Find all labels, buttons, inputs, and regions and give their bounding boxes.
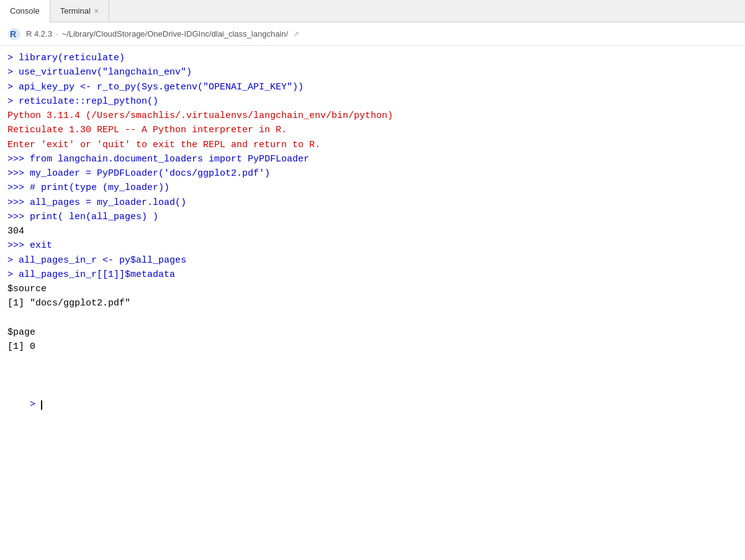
console-line-13: 304 xyxy=(7,224,738,238)
console-line-12: >>> print( len(all_pages) ) xyxy=(7,210,738,224)
console-line-17: $source xyxy=(7,282,738,296)
console-line-5: Python 3.11.4 (/Users/smachlis/.virtuale… xyxy=(7,109,738,123)
console-line-7: Enter 'exit' or 'quit' to exit the REPL … xyxy=(7,138,738,152)
console-line-14: >>> exit xyxy=(7,238,738,253)
r-version: R 4.2.3 xyxy=(26,29,52,38)
console-line-9: >>> my_loader = PyPDFLoader('docs/ggplot… xyxy=(7,166,738,181)
console-line-8: >>> from langchain.document_loaders impo… xyxy=(7,152,738,166)
path-separator: · xyxy=(56,29,58,38)
console-line-4: > reticulate::repl_python() xyxy=(7,94,738,109)
console-line-18: [1] "docs/ggplot2.pdf" xyxy=(7,296,738,310)
console-line-3: > api_key_py <- r_to_py(Sys.getenv("OPEN… xyxy=(7,80,738,94)
tab-console[interactable]: Console xyxy=(0,0,50,22)
console-line-20: [1] 0 xyxy=(7,340,738,354)
console-empty-1 xyxy=(7,311,738,325)
svg-text:R: R xyxy=(10,29,16,39)
tab-bar: Console Terminal × xyxy=(0,0,745,22)
tab-console-label: Console xyxy=(10,6,40,16)
console-prompt-cursor[interactable]: > xyxy=(7,383,738,427)
cursor xyxy=(41,400,42,410)
console-line-19: $page xyxy=(7,325,738,340)
console-line-10: >>> # print(type (my_loader)) xyxy=(7,181,738,195)
console-line-16: > all_pages_in_r[[1]]$metadata xyxy=(7,268,738,282)
console-line-15: > all_pages_in_r <- py$all_pages xyxy=(7,253,738,268)
tab-terminal-label: Terminal xyxy=(60,6,91,16)
console-empty-2 xyxy=(7,354,738,368)
console-line-11: >>> all_pages = my_loader.load() xyxy=(7,196,738,210)
external-link-icon[interactable]: ⇗ xyxy=(293,30,299,38)
console-line-6: Reticulate 1.30 REPL -- A Python interpr… xyxy=(7,123,738,137)
r-logo-icon: R xyxy=(7,27,21,41)
tab-terminal[interactable]: Terminal × xyxy=(50,0,109,22)
console-empty-3 xyxy=(7,369,738,383)
console-output: > library(reticulate) > use_virtualenv("… xyxy=(0,46,745,560)
console-line-1: > library(reticulate) xyxy=(7,51,738,65)
working-directory-path: ~/Library/CloudStorage/OneDrive-IDGInc/d… xyxy=(62,29,289,38)
close-icon[interactable]: × xyxy=(94,7,99,16)
path-bar: R R 4.2.3 · ~/Library/CloudStorage/OneDr… xyxy=(0,22,745,46)
console-line-2: > use_virtualenv("langchain_env") xyxy=(7,65,738,79)
active-prompt: > xyxy=(30,399,41,410)
